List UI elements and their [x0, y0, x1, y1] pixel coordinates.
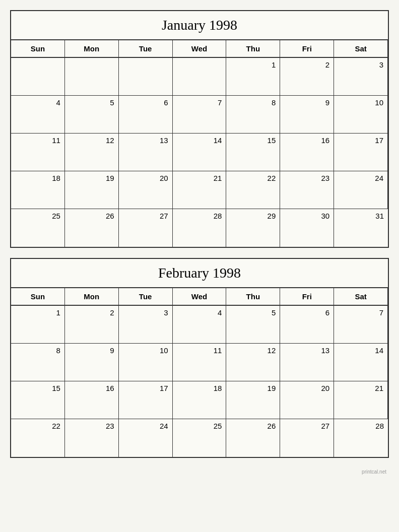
- day-cell: 11: [11, 134, 65, 171]
- day-cell: 8: [11, 344, 65, 381]
- day-cell: [65, 58, 119, 96]
- day-cell: 21: [334, 381, 388, 419]
- day-cell: 14: [173, 134, 227, 171]
- day-cell: 15: [11, 381, 65, 419]
- day-cell: [173, 58, 227, 96]
- day-cell: 27: [280, 419, 334, 457]
- day-cell: 14: [334, 344, 388, 381]
- day-cell: 6: [119, 96, 173, 134]
- day-cell: 12: [65, 134, 119, 171]
- header-fri: Fri: [280, 288, 334, 306]
- day-cell: 10: [119, 344, 173, 381]
- day-cell: 16: [65, 381, 119, 419]
- header-thu: Thu: [226, 40, 280, 58]
- day-cell: 9: [280, 96, 334, 134]
- day-cell: 2: [280, 58, 334, 96]
- day-cell: 3: [334, 58, 388, 96]
- day-cell: 16: [280, 134, 334, 171]
- day-cell: 1: [11, 306, 65, 344]
- day-cell: 5: [65, 96, 119, 134]
- day-cell: 19: [65, 171, 119, 209]
- day-cell: 13: [119, 134, 173, 171]
- day-cell: 18: [11, 171, 65, 209]
- day-cell: 26: [226, 419, 280, 457]
- day-cell: 31: [334, 209, 388, 247]
- day-cell: 22: [11, 419, 65, 457]
- header-wed: Wed: [173, 288, 227, 306]
- header-fri: Fri: [280, 40, 334, 58]
- header-mon: Mon: [65, 288, 119, 306]
- day-cell: 27: [119, 209, 173, 247]
- day-cell: 1: [226, 58, 280, 96]
- day-cell: 7: [173, 96, 227, 134]
- day-cell: 10: [334, 96, 388, 134]
- day-cell: 28: [173, 209, 227, 247]
- calendar-february-1998: February 1998SunMonTueWedThuFriSat123456…: [10, 258, 389, 458]
- day-cell: 19: [226, 381, 280, 419]
- day-cell: 26: [65, 209, 119, 247]
- day-cell: 5: [226, 306, 280, 344]
- day-cell: 30: [280, 209, 334, 247]
- calendar-title: February 1998: [11, 259, 388, 288]
- calendar-container: January 1998SunMonTueWedThuFriSat1234567…: [10, 10, 389, 476]
- day-cell: 15: [226, 134, 280, 171]
- day-cell: 23: [65, 419, 119, 457]
- header-mon: Mon: [65, 40, 119, 58]
- header-sun: Sun: [11, 40, 65, 58]
- day-cell: 6: [280, 306, 334, 344]
- day-cell: 20: [119, 171, 173, 209]
- header-wed: Wed: [173, 40, 227, 58]
- header-sat: Sat: [334, 40, 388, 58]
- day-cell: 4: [173, 306, 227, 344]
- day-cell: 3: [119, 306, 173, 344]
- day-cell: 7: [334, 306, 388, 344]
- header-tue: Tue: [119, 40, 173, 58]
- day-cell: 29: [226, 209, 280, 247]
- day-cell: 2: [65, 306, 119, 344]
- day-cell: 18: [173, 381, 227, 419]
- day-cell: 21: [173, 171, 227, 209]
- day-cell: 13: [280, 344, 334, 381]
- header-sun: Sun: [11, 288, 65, 306]
- header-thu: Thu: [226, 288, 280, 306]
- day-cell: [119, 58, 173, 96]
- day-cell: 22: [226, 171, 280, 209]
- day-cell: 9: [65, 344, 119, 381]
- day-cell: 11: [173, 344, 227, 381]
- day-cell: 4: [11, 96, 65, 134]
- day-cell: 20: [280, 381, 334, 419]
- day-cell: 23: [280, 171, 334, 209]
- day-cell: 25: [173, 419, 227, 457]
- calendar-january-1998: January 1998SunMonTueWedThuFriSat1234567…: [10, 10, 389, 248]
- day-cell: 24: [334, 171, 388, 209]
- watermark: printcal.net: [10, 468, 389, 476]
- calendar-title: January 1998: [11, 11, 388, 40]
- day-cell: [11, 58, 65, 96]
- header-sat: Sat: [334, 288, 388, 306]
- day-cell: 28: [334, 419, 388, 457]
- day-cell: 24: [119, 419, 173, 457]
- day-cell: 17: [334, 134, 388, 171]
- day-cell: 25: [11, 209, 65, 247]
- day-cell: 8: [226, 96, 280, 134]
- calendar-grid: SunMonTueWedThuFriSat1234567891011121314…: [11, 40, 388, 247]
- day-cell: 12: [226, 344, 280, 381]
- day-cell: 17: [119, 381, 173, 419]
- header-tue: Tue: [119, 288, 173, 306]
- calendar-grid: SunMonTueWedThuFriSat1234567891011121314…: [11, 288, 388, 457]
